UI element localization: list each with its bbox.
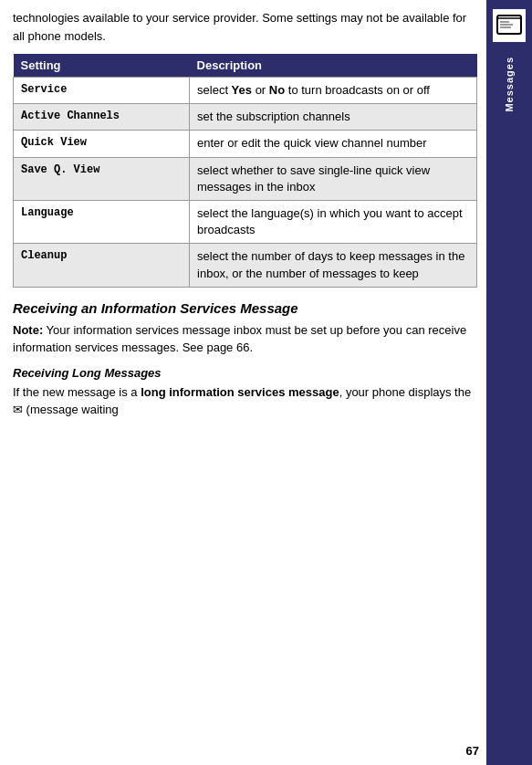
receiving-long-messages-heading: Receiving Long Messages xyxy=(13,366,477,380)
table-row: Cleanup select the number of days to kee… xyxy=(14,244,477,287)
setting-save-q-view: Save Q. View xyxy=(14,157,190,200)
sidebar: Messages xyxy=(486,0,532,765)
intro-text: technologies available to your service p… xyxy=(13,9,477,45)
messages-icon xyxy=(493,9,526,42)
col-header-description: Description xyxy=(190,54,477,78)
desc-language: select the language(s) in which you want… xyxy=(190,200,477,243)
setting-service: Service xyxy=(14,78,190,104)
settings-table: Setting Description Service select Yes o… xyxy=(13,54,477,288)
receiving-section-heading: Receiving an Information Services Messag… xyxy=(13,300,477,316)
body-text: If the new message is a long information… xyxy=(13,383,477,419)
note-text: Your information services message inbox … xyxy=(13,323,466,355)
setting-active-channels: Active Channels xyxy=(14,104,190,131)
desc-active-channels: set the subscription channels xyxy=(190,104,477,131)
table-row: Save Q. View select whether to save sing… xyxy=(14,157,477,200)
sidebar-label: Messages xyxy=(504,57,515,112)
page-number: 67 xyxy=(466,744,479,758)
setting-cleanup: Cleanup xyxy=(14,244,190,287)
setting-language: Language xyxy=(14,200,190,243)
note-paragraph: Note: Your information services message … xyxy=(13,321,477,357)
table-row: Language select the language(s) in which… xyxy=(14,200,477,243)
table-row: Quick View enter or edit the quick view … xyxy=(14,131,477,157)
note-label: Note: xyxy=(13,323,43,337)
setting-quick-view: Quick View xyxy=(14,131,190,157)
desc-save-q-view: select whether to save single-line quick… xyxy=(190,157,477,200)
desc-quick-view: enter or edit the quick view channel num… xyxy=(190,131,477,157)
table-row: Service select Yes or No to turn broadca… xyxy=(14,78,477,104)
col-header-setting: Setting xyxy=(14,54,190,78)
table-row: Active Channels set the subscription cha… xyxy=(14,104,477,131)
desc-cleanup: select the number of days to keep messag… xyxy=(190,244,477,287)
desc-service: select Yes or No to turn broadcasts on o… xyxy=(190,78,477,104)
